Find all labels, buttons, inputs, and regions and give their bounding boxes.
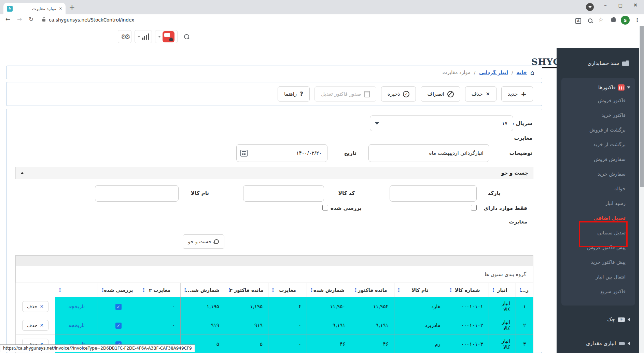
window-maximize-button[interactable]: □ xyxy=(615,3,626,8)
column-header-discrepancy-2[interactable]: مغایرت ۲⋮ xyxy=(139,283,180,297)
column-menu-icon[interactable]: ⋮ xyxy=(491,287,496,293)
column-header-item-code[interactable]: شماره کالا⋮ xyxy=(446,283,489,297)
item-code-input[interactable] xyxy=(243,185,324,202)
sidebar-item[interactable]: حواله xyxy=(566,181,630,196)
forward-icon[interactable]: → xyxy=(17,16,22,23)
browser-profile-avatar[interactable]: S xyxy=(621,16,630,25)
sidebar-item[interactable]: سفارش خرید xyxy=(566,166,630,181)
extensions-puzzle-icon[interactable] xyxy=(611,17,616,23)
column-header-invoice-remainder[interactable]: مانده فاکتور⋮ xyxy=(351,283,394,297)
window-minimize-button[interactable]: – xyxy=(600,2,611,8)
settings-button[interactable]: ⚙⚙ xyxy=(118,30,131,43)
column-header-item-name[interactable]: نام کالا⋮ xyxy=(394,283,446,297)
grid-toolbar-strip xyxy=(15,255,533,266)
column-menu-icon[interactable]: ⋮ xyxy=(353,287,358,293)
only-discrepancy-checkbox[interactable] xyxy=(471,205,477,211)
help-button[interactable]: راهنما xyxy=(278,86,310,101)
sidebar-item-cheque[interactable]: ① چک xyxy=(557,316,639,323)
sidebar-item[interactable]: سفارش فروش xyxy=(566,152,630,166)
page-scrollbar[interactable] xyxy=(639,26,644,353)
url-text[interactable]: ca.shygunsys.net/StockControl/index xyxy=(49,17,134,23)
sidebar-group-invoices[interactable]: فاکتورها xyxy=(566,82,630,93)
history-link[interactable]: تاریخچه xyxy=(69,303,85,310)
sidebar-item[interactable]: فاکتور فروش xyxy=(566,93,630,108)
column-label: مغایرت xyxy=(279,287,296,293)
remote-support-dropdown-button[interactable] xyxy=(155,30,178,43)
reload-icon[interactable]: ↻ xyxy=(29,16,33,23)
column-menu-icon[interactable]: ⋮ xyxy=(309,287,314,293)
delete-button[interactable]: حذف xyxy=(465,86,496,101)
column-header-counted[interactable]: شمارش شده⋮ xyxy=(307,283,351,297)
grid-group-hint[interactable]: گروه بندی ستون ها xyxy=(15,266,533,283)
banknote-icon: ① xyxy=(618,317,625,322)
new-button[interactable]: جدید xyxy=(501,86,533,101)
column-header-discrepancy[interactable]: مغایرت⋮ xyxy=(268,283,307,297)
browser-menu-icon[interactable]: ⋮ xyxy=(634,17,640,23)
column-header-history[interactable]: ⋮ xyxy=(55,283,98,297)
column-menu-icon[interactable]: ⋮ xyxy=(141,287,146,293)
column-header-checked[interactable]: بررسی شده⋮ xyxy=(98,283,139,297)
table-row[interactable]: ۲انبار کالا۰۰۰۱۰۱۰۲مادربرد۹,۱۹۱۹,۱۹۱۰۹۱۹… xyxy=(16,316,533,335)
cell-invoice-remainder: ۴۶ xyxy=(351,335,394,353)
new-tab-button[interactable]: + xyxy=(69,3,75,11)
sidebar-item[interactable]: رسید انبار xyxy=(566,196,630,211)
column-header-warehouse[interactable]: انبار⋮ xyxy=(489,283,516,297)
back-icon[interactable]: ← xyxy=(5,16,10,23)
issue-adjustment-invoice-button[interactable]: صدور فاکتور تعدیل xyxy=(314,86,376,101)
sidebar-item[interactable]: انتقال بین انبار xyxy=(566,269,630,284)
site-favicon-icon: ϟ xyxy=(7,6,13,12)
column-header-delete[interactable] xyxy=(16,283,55,297)
sidebar-item[interactable]: برگشت از خرید xyxy=(566,137,630,152)
save-button[interactable]: ذخیره xyxy=(381,86,416,101)
history-link[interactable]: تاریخچه xyxy=(69,322,85,328)
breadcrumb-home-link[interactable]: خانه xyxy=(517,70,527,75)
row-checked-checkbox[interactable]: ✓ xyxy=(115,304,122,310)
description-input[interactable]: انبارگردانی اردیبهشت ماه xyxy=(368,144,489,162)
lock-icon[interactable] xyxy=(42,19,45,22)
column-menu-icon[interactable]: ⋮ xyxy=(270,287,276,293)
sidebar-item[interactable]: برگشت از فروش xyxy=(566,122,630,137)
browser-update-icon[interactable] xyxy=(586,3,594,11)
table-row[interactable]: ۱انبار کالا۰۰۰۱۰۱۰۱هارد۱۱,۹۵۴۱۱,۹۵۰۴۱,۱۹… xyxy=(16,297,533,316)
tab-close-icon[interactable]: ✕ xyxy=(59,7,62,11)
column-menu-icon[interactable]: ⋮ xyxy=(227,287,232,293)
checked-checkbox[interactable] xyxy=(322,205,328,211)
column-menu-icon[interactable]: ⋮ xyxy=(518,287,523,293)
row-checked-checkbox[interactable]: ✓ xyxy=(115,323,122,329)
sidebar-item[interactable]: پیش فاکتور خرید xyxy=(566,255,630,269)
column-menu-icon[interactable]: ⋮ xyxy=(396,287,402,293)
column-menu-icon[interactable]: ⋮ xyxy=(57,287,62,293)
column-label: نام کالا xyxy=(411,287,428,293)
window-close-button[interactable]: ✕ xyxy=(630,2,641,8)
sidebar: سند حسابداری فاکتورها فاکتور فروشفاکتور … xyxy=(557,48,639,353)
search-icon[interactable] xyxy=(184,34,189,39)
cancel-button[interactable]: انصراف xyxy=(421,86,460,101)
sidebar-item[interactable]: فاکتور خرید xyxy=(566,108,630,122)
zoom-icon[interactable] xyxy=(588,18,592,24)
row-delete-button[interactable]: ✕حذف xyxy=(22,320,48,331)
search-section-header[interactable]: جست و جو xyxy=(15,167,533,179)
item-name-input[interactable] xyxy=(95,185,179,202)
sidebar-item[interactable]: فاکتور سریع xyxy=(566,284,630,299)
row-delete-button[interactable]: ✕حذف xyxy=(22,301,48,312)
bookmark-star-icon[interactable]: ☆ xyxy=(598,16,603,23)
barcode-input[interactable] xyxy=(390,185,477,202)
browser-tab[interactable]: ϟ موارد مغایرت ✕ xyxy=(3,3,66,14)
column-menu-icon[interactable]: ⋮ xyxy=(448,287,453,293)
serial-file-select[interactable]: ۱۷ xyxy=(370,116,513,131)
column-header-invoice-remainder-2[interactable]: مانده فاکتور ۲⋮ xyxy=(225,283,268,297)
collapse-arrow-icon[interactable] xyxy=(20,172,24,174)
sidebar-item-quantity-store[interactable]: انباری مقداری xyxy=(557,340,639,347)
sidebar-item-accounting-doc[interactable]: سند حسابداری xyxy=(557,60,639,66)
date-input[interactable]: ۱۴۰۰/۰۲/۲۰ xyxy=(236,144,327,162)
column-menu-icon[interactable]: ⋮ xyxy=(183,287,188,293)
column-header-counted-2[interactable]: شمارش شد...⋮ xyxy=(180,283,225,297)
search-section-title: جست و جو xyxy=(501,170,528,176)
reports-dropdown-button[interactable] xyxy=(135,30,152,43)
column-menu-icon[interactable]: ⋮ xyxy=(100,287,105,293)
translate-icon[interactable]: A xyxy=(575,17,581,24)
search-button[interactable]: جست و جو xyxy=(183,234,224,249)
breadcrumb-section-link[interactable]: انبار گردانی xyxy=(479,70,508,75)
column-header-row-number[interactable]: ر...⋮ xyxy=(516,283,533,297)
scrollbar-thumb[interactable] xyxy=(640,26,644,187)
